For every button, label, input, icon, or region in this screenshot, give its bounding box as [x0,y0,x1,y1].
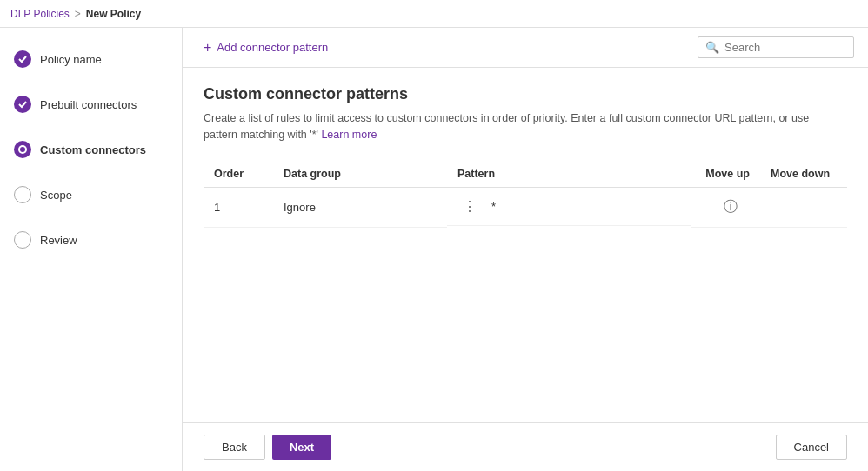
connector-line-3 [23,167,23,177]
row-pattern-cell: ⋮ * [447,188,691,226]
next-button[interactable]: Next [272,435,331,460]
search-box: 🔍 [698,36,854,58]
breadcrumb-current: New Policy [86,8,141,20]
bottom-left-buttons: Back Next [204,435,331,460]
sidebar-item-label-prebuilt-connectors: Prebuilt connectors [40,98,137,111]
sidebar-item-scope[interactable]: Scope [0,177,182,212]
breadcrumb-separator: > [75,8,81,20]
table-row: 1 Ignore ⋮ * ⓘ [204,187,847,227]
back-button[interactable]: Back [204,435,265,460]
row-move-down-cell [760,187,847,227]
col-header-move-up: Move up [691,161,760,188]
step-icon-scope [14,186,31,203]
col-header-move-down: Move down [760,161,847,188]
add-pattern-label: Add connector pattern [217,41,328,54]
row-info-button[interactable]: ⓘ [718,196,743,218]
row-options-button[interactable]: ⋮ [457,196,483,216]
page-title: Custom connector patterns [204,85,847,103]
bottom-bar: Back Next Cancel [183,422,868,471]
row-data-group: Ignore [273,187,447,227]
row-info-cell: ⓘ [691,187,760,227]
pattern-table: Order Data group Pattern Move up Move do… [204,161,847,228]
plus-icon: + [204,40,211,56]
sidebar-item-label-review: Review [40,234,77,247]
sidebar: Policy name Prebuilt connectors Custom c… [0,28,183,471]
table-header-row: Order Data group Pattern Move up Move do… [204,161,847,188]
breadcrumb-parent-link[interactable]: DLP Policies [10,8,70,20]
row-pattern-value: * [491,200,496,213]
content-area: + Add connector pattern 🔍 Custom connect… [183,28,868,471]
step-icon-review [14,231,31,249]
search-icon: 🔍 [705,41,719,54]
sidebar-item-label-policy-name: Policy name [40,53,102,66]
sidebar-item-prebuilt-connectors[interactable]: Prebuilt connectors [0,87,182,122]
sidebar-item-review[interactable]: Review [0,222,182,257]
sidebar-item-label-scope: Scope [40,189,72,202]
col-header-data-group: Data group [273,161,447,188]
cancel-button[interactable]: Cancel [776,435,847,460]
sidebar-item-policy-name[interactable]: Policy name [0,42,182,76]
page-description-text: Create a list of rules to limit access t… [204,112,809,141]
learn-more-link[interactable]: Learn more [321,129,377,141]
connector-line-2 [23,122,23,132]
main-layout: Policy name Prebuilt connectors Custom c… [0,28,868,471]
breadcrumb-bar: DLP Policies > New Policy [0,0,868,28]
page-description: Create a list of rules to limit access t… [204,110,812,143]
toolbar: + Add connector pattern 🔍 [183,28,868,68]
step-icon-policy-name [14,50,31,68]
search-input[interactable] [724,41,846,54]
row-data-group-text: Ignore [284,201,316,214]
add-connector-pattern-button[interactable]: + Add connector pattern [197,36,335,59]
col-header-order: Order [204,161,273,188]
sidebar-item-custom-connectors[interactable]: Custom connectors [0,132,182,167]
row-order: 1 [204,187,273,227]
svg-point-1 [20,147,25,152]
col-header-pattern: Pattern [447,161,691,188]
connector-line-4 [23,212,23,222]
connector-line-1 [23,76,23,87]
step-icon-prebuilt-connectors [14,96,31,113]
step-icon-custom-connectors [14,141,31,158]
sidebar-item-label-custom-connectors: Custom connectors [40,143,146,156]
page-content: Custom connector patterns Create a list … [183,68,868,422]
